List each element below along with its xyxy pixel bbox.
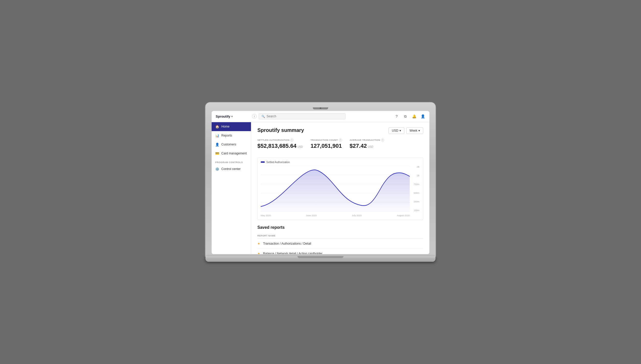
period-arrow: ▾	[418, 129, 420, 132]
help-icon[interactable]: ?	[394, 114, 399, 119]
chart-area	[261, 166, 410, 212]
report-name: Balance / Network detail / Acting cardho…	[263, 252, 322, 254]
page-title: Sproutify summary	[257, 127, 304, 133]
main-content: Sproutify summary USD ▾ Week ▾	[251, 122, 429, 254]
star-icon: ★	[257, 252, 260, 254]
page-header: Sproutify summary USD ▾ Week ▾	[257, 127, 423, 134]
app-body: 🏠 Home 📊 Reports 👤 Customers 💳 Card mana…	[212, 122, 429, 254]
sidebar-item-label-control-center: Control center	[221, 167, 241, 171]
chart-legend: Settled Authorization	[261, 161, 420, 164]
sidebar-item-control-center[interactable]: ⚙️ Control center	[212, 165, 251, 174]
reports-icon: 📊	[215, 134, 219, 138]
search-input[interactable]	[267, 115, 343, 118]
star-icon: ★	[257, 242, 260, 245]
sidebar-item-label-customers: Customers	[221, 143, 236, 146]
avg-transaction-unit: USD	[368, 145, 373, 148]
card-icon: 💳	[215, 152, 219, 155]
laptop-camera	[320, 107, 321, 109]
x-label-june: June 2020	[306, 214, 317, 217]
stat-settled-auth: SETTLED AUTHORIZATION i $52,813,685.64 U…	[257, 139, 303, 149]
stat-transaction-count: TRANSACTION COUNT i 127,051,901	[311, 139, 342, 149]
search-icon: 🔍	[261, 115, 265, 118]
transaction-count-value: 127,051,901	[311, 143, 342, 149]
x-label-may: May 2020	[261, 214, 271, 217]
y-label-100m: 100m	[411, 209, 419, 212]
avg-transaction-info-icon[interactable]: i	[381, 139, 384, 142]
transaction-count-label: TRANSACTION COUNT	[311, 139, 338, 141]
control-center-icon: ⚙️	[215, 167, 219, 171]
report-row-cell: ★ Balance / Network detail / Acting card…	[257, 248, 423, 254]
home-icon: 🏠	[215, 125, 219, 129]
saved-reports: Saved reports REPORT NAME ★	[257, 225, 423, 254]
y-label-750m: 750m	[411, 183, 419, 186]
user-icon[interactable]: 👤	[420, 114, 425, 119]
stat-avg-transaction: AVERAGE TRANSACTION i $27.42 USD	[350, 139, 384, 149]
top-bar: Sproutify ▾ i 🔍 ? ⧉ 🔔 👤	[212, 111, 429, 122]
program-controls-label: PROGRAM CONTROLS	[212, 158, 251, 165]
settled-auth-unit: USD	[297, 145, 303, 148]
x-label-august: August 2020	[397, 214, 410, 217]
x-label-july: July 2020	[352, 214, 362, 217]
avg-transaction-value: $27.42	[350, 143, 367, 149]
currency-dropdown[interactable]: USD ▾	[388, 127, 404, 134]
y-label-1b: 1B	[411, 174, 419, 177]
stats-row: SETTLED AUTHORIZATION i $52,813,685.64 U…	[257, 139, 423, 153]
settled-auth-value: $52,813,685.64	[257, 143, 296, 149]
transaction-count-info-icon[interactable]: i	[339, 139, 342, 142]
y-label-250m: 250m	[411, 200, 419, 203]
reports-table: REPORT NAME ★ Transaction / Authorizatio…	[257, 233, 423, 254]
sidebar-item-card-management[interactable]: 💳 Card management	[212, 149, 251, 158]
y-label-2b: 2B	[411, 166, 419, 168]
period-label: Week	[410, 129, 417, 132]
report-name-header: REPORT NAME	[257, 233, 423, 239]
avg-transaction-label: AVERAGE TRANSACTION	[350, 139, 380, 141]
screen: Sproutify ▾ i 🔍 ? ⧉ 🔔 👤	[212, 111, 429, 254]
legend-dot	[261, 161, 265, 163]
settled-auth-info-icon[interactable]: i	[290, 139, 293, 142]
notifications-icon[interactable]: 🔔	[411, 114, 417, 119]
y-label-500m: 500m	[411, 192, 419, 194]
laptop-notch	[313, 107, 328, 109]
laptop-base	[205, 256, 436, 262]
report-name: Transaction / Authorizations / Detail	[263, 242, 311, 245]
brand[interactable]: Sproutify ▾	[216, 115, 249, 118]
currency-label: USD	[392, 129, 398, 132]
table-row[interactable]: ★ Balance / Network detail / Acting card…	[257, 248, 423, 254]
brand-dropdown-arrow: ▾	[231, 115, 233, 118]
chart-section: Settled Authorization	[257, 157, 423, 220]
brand-name: Sproutify	[216, 115, 230, 118]
sidebar-item-label-home: Home	[221, 125, 230, 128]
sidebar-item-customers[interactable]: 👤 Customers	[212, 140, 251, 149]
chart-y-axis: 2B 1B 750m 500m 250m 100m	[411, 166, 420, 212]
currency-arrow: ▾	[399, 129, 401, 132]
sidebar-item-home[interactable]: 🏠 Home	[212, 122, 251, 131]
chart-container: 2B 1B 750m 500m 250m 100m May 2020 June …	[261, 166, 420, 217]
sidebar-item-label-card-management: Card management	[221, 152, 247, 155]
layout-icon[interactable]: ⧉	[403, 114, 408, 119]
top-bar-right: ? ⧉ 🔔 👤	[394, 114, 425, 119]
search-bar[interactable]: 🔍	[259, 113, 346, 119]
sidebar: 🏠 Home 📊 Reports 👤 Customers 💳 Card mana…	[212, 122, 251, 254]
period-dropdown[interactable]: Week ▾	[406, 127, 423, 134]
table-row[interactable]: ★ Transaction / Authorizations / Detail	[257, 238, 423, 248]
chart-x-axis: May 2020 June 2020 July 2020 August 2020	[261, 214, 410, 217]
laptop-frame: Sproutify ▾ i 🔍 ? ⧉ 🔔 👤	[205, 103, 436, 262]
sidebar-item-label-reports: Reports	[221, 134, 232, 137]
header-controls: USD ▾ Week ▾	[388, 127, 423, 134]
sidebar-item-reports[interactable]: 📊 Reports	[212, 131, 251, 140]
report-row-cell: ★ Transaction / Authorizations / Detail	[257, 238, 423, 248]
info-icon[interactable]: i	[252, 114, 257, 119]
legend-label: Settled Authorization	[266, 161, 290, 164]
customers-icon: 👤	[215, 143, 219, 146]
chart-svg	[261, 166, 410, 212]
saved-reports-title: Saved reports	[257, 225, 423, 230]
settled-auth-label: SETTLED AUTHORIZATION	[257, 139, 289, 141]
